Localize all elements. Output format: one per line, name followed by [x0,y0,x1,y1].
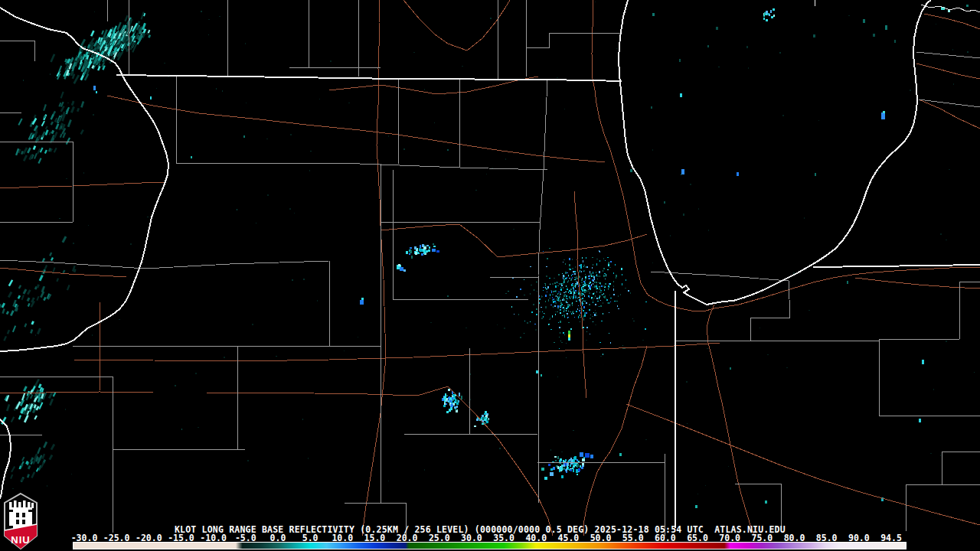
highway-line [583,354,586,398]
echo-cell [578,468,580,471]
echo-cell [497,324,498,325]
echo-cell [579,299,580,301]
echo-cell [681,174,681,174]
echo-cell [7,330,10,334]
echo-cell [549,324,550,325]
echo-cell [45,126,48,129]
echo-cell [955,105,956,106]
echo-cell [595,295,596,297]
echo-cell [130,243,132,245]
echo-cell [49,253,52,256]
echo-cell [593,264,594,266]
echo-cell [545,295,546,297]
echo-cell [580,270,580,272]
echo-cell [603,354,604,355]
echo-cell [581,467,583,469]
echo-cell [557,285,559,287]
echo-cell [567,317,569,318]
echo-cell [559,348,560,349]
echo-cell [546,276,547,277]
echo-cell [83,172,85,174]
echo-cell [582,257,583,259]
echo-cell [593,276,594,277]
echo-cell [573,463,576,465]
echo-cell [35,334,36,336]
echo-cell [567,277,567,279]
echo-cell [549,319,550,320]
echo-cell [680,93,682,97]
echo-cell [573,289,574,291]
echo-cell [557,299,558,301]
echo-cell [454,402,456,404]
echo-cell [574,277,576,278]
echo-cell [645,328,645,330]
echo-cell [586,327,588,328]
lake-michigan-shoreline [619,0,931,305]
echo-cell [23,155,28,161]
dbz-colorbar [73,542,906,549]
echo-cell [567,272,568,273]
echo-cell [613,289,614,291]
echo-cell [547,286,549,289]
echo-cell [966,5,969,7]
echo-cell [946,341,947,342]
echo-cell [575,298,577,298]
echo-cell [588,282,589,283]
echo-cell [27,289,31,295]
echo-cell [786,367,788,368]
echo-cell [545,301,546,302]
echo-cell [567,298,568,299]
echo-cell [616,301,618,302]
echo-cell [894,40,896,43]
echo-cell [518,314,519,315]
echo-cell [609,267,610,268]
echo-cell [561,475,563,478]
echo-cell [563,287,564,289]
echo-cell [388,135,389,137]
echo-cell [563,298,564,299]
echo-cell [60,134,63,138]
echo-cell [34,379,40,386]
echo-cell [563,332,564,334]
echo-cell [592,257,593,258]
echo-cell [482,415,484,417]
echo-cell [560,294,561,295]
echo-cell [554,342,555,343]
echo-cell [563,295,564,296]
echo-cell [476,419,479,422]
echo-cell [557,294,559,295]
echo-cell [592,267,593,269]
echo-cell [456,399,458,403]
echo-cell [388,481,389,481]
echo-cell [586,331,587,332]
echo-cell [553,306,554,308]
highway-line [0,182,167,188]
echo-cell [567,289,568,290]
echo-cell [564,463,566,465]
echo-cell [568,322,570,323]
echo-cell [940,455,941,456]
echo-cell [541,468,544,471]
echo-cell [66,178,67,179]
echo-cell [606,298,606,299]
echo-cell [456,406,458,408]
echo-cell [474,425,476,427]
echo-cell [56,278,59,282]
echo-cell [424,89,425,90]
echo-cell [41,121,45,126]
echo-cell [630,292,631,294]
echo-cell [292,279,293,281]
echo-cell [490,18,492,19]
echo-cell [563,262,564,262]
echo-cell [208,19,209,20]
echo-cell [596,287,597,289]
echo-cell [28,465,31,469]
echo-cell [550,294,550,296]
echo-cell [585,279,586,281]
echo-cell [573,294,574,296]
echo-cell [51,444,55,450]
echo-cell [560,312,561,315]
echo-cell [559,467,563,471]
echo-cell [541,318,543,319]
echo-cell [191,156,192,158]
